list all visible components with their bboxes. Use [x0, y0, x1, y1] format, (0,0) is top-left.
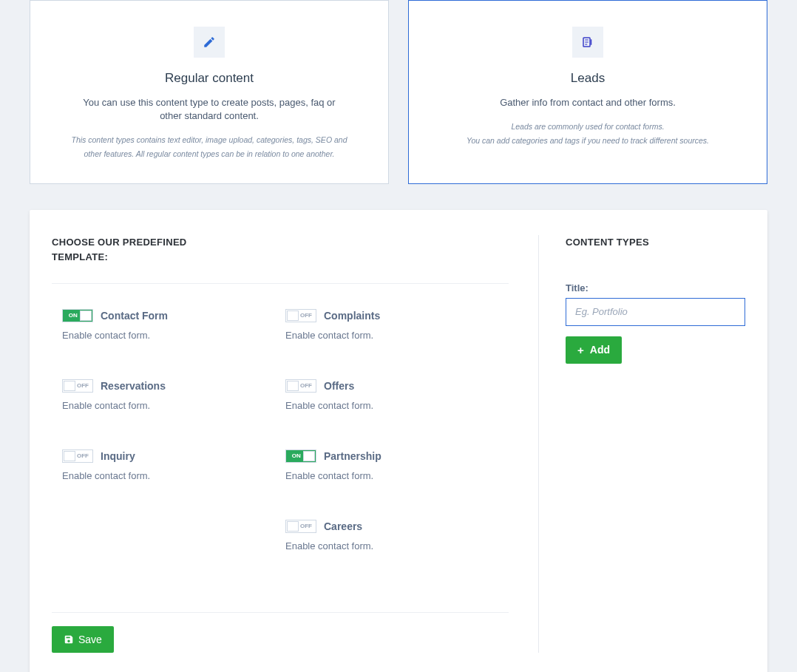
toggle-desc: Enable contact form.	[285, 400, 509, 411]
toggle-title: Offers	[324, 380, 354, 392]
toggle-title: Partnership	[324, 450, 381, 462]
toggle-partnership[interactable]: ONOFF	[285, 449, 316, 463]
card-subtitle: You can use this content type to create …	[76, 96, 342, 123]
pencil-icon	[194, 27, 225, 58]
toggle-inquiry[interactable]: ONOFF	[62, 449, 93, 463]
toggle-careers[interactable]: ONOFF	[285, 520, 316, 533]
toggle-desc: Enable contact form.	[285, 470, 509, 481]
card-regular-content[interactable]: Regular content You can use this content…	[30, 0, 389, 184]
toggle-reservations[interactable]: ONOFF	[62, 379, 93, 393]
toggle-complaints[interactable]: ONOFF	[285, 309, 316, 322]
toggle-contact-form[interactable]: ONOFF	[62, 309, 93, 322]
leads-icon	[572, 27, 603, 58]
toggle-title: Complaints	[324, 310, 380, 322]
toggle-title: Reservations	[101, 380, 166, 392]
content-types-heading: CONTENT TYPES	[566, 235, 745, 250]
toggle-desc: Enable contact form.	[62, 470, 285, 481]
toggle-desc: Enable contact form.	[285, 330, 509, 341]
card-note: This content types contains text editor,…	[69, 133, 350, 161]
title-label: Title:	[566, 282, 745, 293]
card-leads[interactable]: Leads Gather info from contact and other…	[408, 0, 767, 184]
add-label: Add	[590, 344, 610, 356]
save-button[interactable]: Save	[52, 626, 114, 653]
toggle-title: Inquiry	[101, 450, 135, 462]
title-input[interactable]	[566, 298, 745, 326]
add-button[interactable]: + Add	[566, 336, 622, 364]
plus-icon: +	[577, 344, 584, 356]
divider	[52, 612, 509, 613]
toggle-offers[interactable]: ONOFF	[285, 379, 316, 393]
toggle-title: Careers	[324, 520, 362, 532]
card-subtitle: Gather info from contact and other forms…	[455, 96, 721, 109]
card-note: Leads are commonly used for contact form…	[447, 120, 728, 148]
save-icon	[64, 634, 74, 645]
toggle-desc: Enable contact form.	[285, 540, 509, 551]
card-title: Regular content	[52, 71, 366, 86]
templates-heading: CHOOSE OUR PREDEFINED TEMPLATE:	[52, 235, 189, 264]
toggle-desc: Enable contact form.	[62, 400, 285, 411]
save-label: Save	[78, 634, 102, 645]
toggle-desc: Enable contact form.	[62, 330, 285, 341]
card-title: Leads	[431, 71, 745, 86]
main-panel: CHOOSE OUR PREDEFINED TEMPLATE: ONOFFCon…	[30, 210, 767, 672]
divider	[52, 283, 509, 284]
toggle-title: Contact Form	[101, 310, 168, 322]
